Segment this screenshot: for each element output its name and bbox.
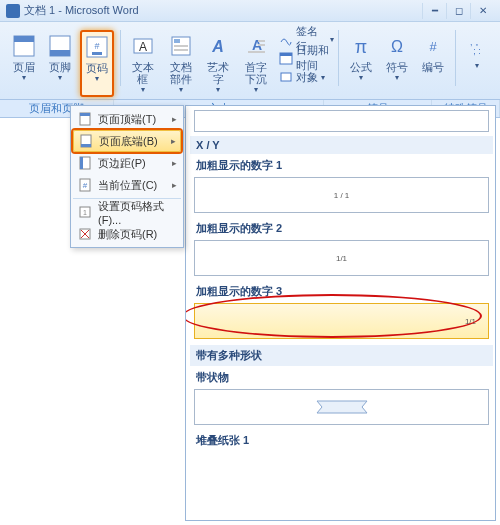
page-number-button[interactable]: # 页码 ▾ [80, 30, 114, 97]
footer-button[interactable]: 页脚 ▾ [44, 30, 76, 97]
gallery-item-ribbon-preview [194, 389, 489, 425]
minimize-button[interactable]: ━ [422, 3, 446, 19]
dropcap-button[interactable]: A 首字下沉 ▾ [238, 30, 273, 97]
object-button[interactable]: 对象▾ [279, 68, 335, 86]
page-margins-icon [77, 155, 93, 171]
svg-rect-31 [80, 157, 83, 169]
wordart-button[interactable]: A 艺术字 ▾ [202, 30, 234, 97]
equation-button[interactable]: π 公式 ▾ [345, 30, 377, 97]
gallery-item-stacked[interactable]: 堆叠纸张 1 [190, 431, 493, 450]
object-icon [279, 70, 293, 84]
special-icon: , 。; : [464, 33, 490, 59]
docparts-button[interactable]: 文档部件 ▾ [163, 30, 198, 97]
submenu-arrow-icon: ▸ [172, 158, 177, 168]
menu-page-margins[interactable]: 页边距(P) ▸ [73, 152, 181, 174]
menu-page-top-label: 页面顶端(T) [98, 112, 167, 127]
dropcap-label: 首字下沉 [241, 61, 270, 85]
number-icon: # [420, 33, 446, 59]
chevron-down-icon: ▾ [216, 85, 220, 94]
svg-text:A: A [139, 40, 147, 54]
header-label: 页眉 [13, 61, 35, 73]
close-button[interactable]: ✕ [470, 3, 494, 19]
page-number-label: 页码 [86, 62, 108, 74]
gallery-item-bold3[interactable]: 加粗显示的数字 3 1/1 [190, 282, 493, 339]
chevron-down-icon: ▾ [58, 73, 62, 82]
gallery-item-bold3-label: 加粗显示的数字 3 [190, 282, 493, 301]
textbox-label: 文本框 [130, 61, 156, 85]
menu-page-margins-label: 页边距(P) [98, 156, 167, 171]
chevron-down-icon: ▾ [254, 85, 258, 94]
gallery-item-bold2[interactable]: 加粗显示的数字 2 1/1 [190, 219, 493, 276]
menu-page-top[interactable]: 页面顶端(T) ▸ [73, 108, 181, 130]
gallery-spacer [194, 110, 489, 132]
textbox-button[interactable]: A 文本框 ▾ [127, 30, 159, 97]
datetime-button[interactable]: 日期和时间 [279, 49, 335, 67]
gallery-item-bold1[interactable]: 加粗显示的数字 1 1 / 1 [190, 156, 493, 213]
gallery-item-bold2-label: 加粗显示的数字 2 [190, 219, 493, 238]
gallery-item-bold3-preview: 1/1 [194, 303, 489, 339]
svg-rect-19 [280, 53, 292, 56]
header-button[interactable]: 页眉 ▾ [8, 30, 40, 97]
svg-rect-15 [258, 40, 265, 42]
svg-rect-20 [281, 73, 291, 81]
svg-rect-27 [80, 113, 90, 116]
page-top-icon [77, 111, 93, 127]
text-extras: 签名行▾ 日期和时间 对象▾ [279, 30, 335, 97]
signature-icon [279, 32, 293, 46]
submenu-arrow-icon: ▸ [172, 114, 177, 124]
docparts-icon [168, 33, 194, 59]
wordart-label: 艺术字 [205, 61, 231, 85]
separator [455, 30, 456, 86]
svg-text:π: π [355, 37, 367, 57]
page-bottom-icon [78, 133, 94, 149]
chevron-down-icon: ▾ [22, 73, 26, 82]
special-button[interactable]: , 。; : ; ▾ [462, 30, 492, 97]
svg-text:1: 1 [83, 209, 87, 216]
maximize-button[interactable]: ◻ [446, 3, 470, 19]
menu-current-position[interactable]: # 当前位置(C) ▸ [73, 174, 181, 196]
docparts-label: 文档部件 [166, 61, 195, 85]
page-number-gallery[interactable]: X / Y 加粗显示的数字 1 1 / 1 加粗显示的数字 2 1/1 加粗显示… [185, 105, 496, 521]
gallery-heading-shapes: 带有多种形状 [190, 345, 493, 366]
page-number-menu: 页面顶端(T) ▸ 页面底端(B) ▸ 页边距(P) ▸ # 当前位置(C) ▸… [70, 105, 184, 248]
svg-rect-12 [174, 49, 188, 51]
svg-text:; :: ; : [473, 46, 481, 56]
dropcap-icon: A [243, 33, 269, 59]
gallery-item-bold1-label: 加粗显示的数字 1 [190, 156, 493, 175]
svg-rect-17 [248, 51, 265, 53]
chevron-down-icon: ▾ [395, 73, 399, 82]
menu-remove-label: 删除页码(R) [98, 227, 177, 242]
submenu-arrow-icon: ▸ [172, 180, 177, 190]
menu-current-position-label: 当前位置(C) [98, 178, 167, 193]
number-label: 编号 [422, 61, 444, 73]
menu-format[interactable]: 1 设置页码格式(F)... [73, 201, 181, 223]
svg-rect-3 [50, 50, 70, 56]
svg-text:A: A [211, 38, 224, 55]
omega-icon: Ω [384, 33, 410, 59]
svg-rect-6 [92, 52, 102, 55]
textbox-icon: A [130, 33, 156, 59]
chevron-down-icon: ▾ [359, 73, 363, 82]
pi-icon: π [348, 33, 374, 59]
app-icon [6, 4, 20, 18]
svg-rect-16 [258, 44, 265, 46]
ribbon: 页眉 ▾ 页脚 ▾ # 页码 ▾ A 文本框 ▾ 文档部件 ▾ A 艺术字 [0, 22, 500, 100]
gallery-item-ribbon-label: 带状物 [190, 368, 493, 387]
gallery-heading-xy: X / Y [190, 136, 493, 154]
svg-rect-29 [81, 144, 91, 147]
gallery-item-ribbon[interactable]: 带状物 [190, 368, 493, 425]
calendar-icon [279, 51, 293, 65]
menu-page-bottom-label: 页面底端(B) [99, 134, 166, 149]
menu-format-label: 设置页码格式(F)... [98, 199, 177, 226]
menu-remove[interactable]: 删除页码(R) [73, 223, 181, 245]
svg-text:#: # [94, 41, 99, 51]
wordart-icon: A [205, 33, 231, 59]
svg-text:Ω: Ω [391, 38, 403, 55]
symbol-label: 符号 [386, 61, 408, 73]
symbol-button[interactable]: Ω 符号 ▾ [381, 30, 413, 97]
chevron-down-icon: ▾ [475, 61, 479, 70]
svg-rect-11 [174, 45, 188, 47]
number-button[interactable]: # 编号 [417, 30, 449, 97]
footer-icon [47, 33, 73, 59]
menu-page-bottom[interactable]: 页面底端(B) ▸ [73, 130, 181, 152]
